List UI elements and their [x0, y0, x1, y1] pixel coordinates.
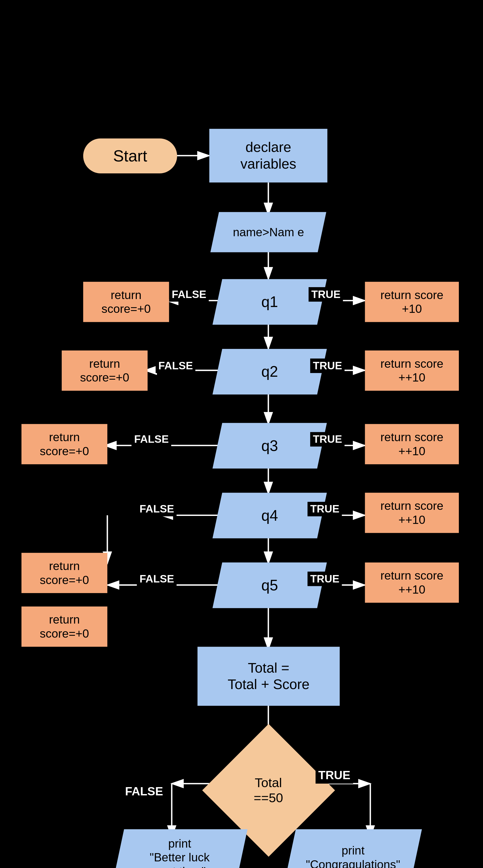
q4-true-label: TRUE: [308, 502, 342, 517]
q5-true-label: TRUE: [308, 571, 342, 586]
total-false-label: FALSE: [123, 784, 166, 800]
total-true-label: TRUE: [316, 768, 353, 784]
return-q5-false-1-node: return score=+0: [22, 553, 107, 593]
return-q3-false-node: return score=+0: [22, 424, 107, 464]
return-q2-true-node: return score ++10: [365, 350, 459, 391]
return-q5-true-node: return score ++10: [365, 563, 459, 603]
q1-false-label: FALSE: [169, 287, 209, 302]
q5-false-label: FALSE: [137, 571, 177, 586]
q3-false-label: FALSE: [131, 432, 171, 447]
q1-true-label: TRUE: [309, 287, 343, 302]
q3-node: q3: [213, 423, 327, 468]
q1-node: q1: [213, 279, 327, 325]
declare-variables-node: declare variables: [210, 129, 327, 182]
print-true-node: print "Congragulations": [284, 829, 422, 868]
q2-true-label: TRUE: [310, 359, 345, 373]
return-q4-true-node: return score ++10: [365, 493, 459, 533]
q2-false-label: FALSE: [156, 359, 196, 373]
q3-true-label: TRUE: [310, 432, 345, 447]
input-name-node: name>Nam e: [211, 212, 326, 252]
q4-false-label: FALSE: [137, 502, 177, 517]
return-q2-false-node: return score=+0: [62, 350, 148, 391]
return-q1-false-node: return score=+0: [83, 282, 169, 322]
print-false-node: print "Better luck next time": [112, 829, 248, 868]
return-q1-true-node: return score +10: [365, 282, 459, 322]
return-q5-false-2-node: return score=+0: [22, 607, 107, 647]
flowchart-container: Start declare variables name>Nam e q1 FA…: [0, 0, 483, 868]
return-q3-true-node: return score ++10: [365, 424, 459, 464]
q2-node: q2: [213, 349, 327, 395]
start-node: Start: [83, 138, 177, 174]
total-calc-node: Total = Total + Score: [197, 647, 340, 706]
